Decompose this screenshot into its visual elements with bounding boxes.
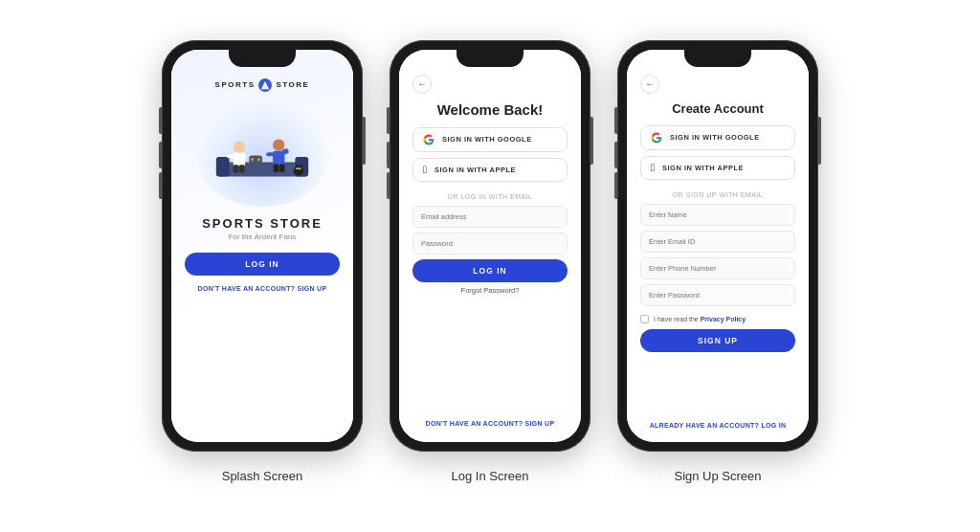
login-screen-wrapper: ← Welcome Back! SIGN IN WITH GOOGLE bbox=[390, 40, 590, 483]
login-phone-inner: ← Welcome Back! SIGN IN WITH GOOGLE bbox=[399, 50, 581, 442]
signup-name-input[interactable] bbox=[640, 204, 795, 226]
signup-google-icon bbox=[651, 132, 662, 144]
login-google-button[interactable]: SIGN IN WITH GOOGLE bbox=[412, 127, 568, 152]
login-password-input[interactable] bbox=[412, 233, 568, 255]
svg-rect-13 bbox=[266, 152, 274, 156]
signup-phone-input[interactable] bbox=[640, 257, 795, 279]
signup-button[interactable]: SIGN UP bbox=[640, 329, 795, 352]
svg-rect-3 bbox=[216, 157, 230, 177]
signup-label: Sign Up Screen bbox=[674, 469, 761, 483]
svg-point-20 bbox=[296, 167, 298, 169]
logo-text-left: SPORTS bbox=[215, 80, 256, 89]
splash-phone-inner: SPORTS STORE bbox=[171, 50, 353, 442]
svg-point-11 bbox=[273, 139, 284, 150]
google-icon bbox=[423, 134, 434, 145]
signup-apple-label: SIGN IN WITH APPLE bbox=[662, 164, 744, 172]
svg-rect-7 bbox=[227, 154, 234, 158]
people-svg bbox=[210, 118, 315, 189]
login-signup-prompt: DON'T HAVE AN ACCOUNT? SIGN UP bbox=[426, 420, 555, 432]
login-phone: ← Welcome Back! SIGN IN WITH GOOGLE bbox=[390, 40, 590, 452]
screens-container: SPORTS STORE bbox=[162, 40, 818, 483]
svg-rect-10 bbox=[239, 165, 245, 172]
signup-privacy-label: I have read the bbox=[654, 316, 701, 322]
signup-google-label: SIGN IN WITH GOOGLE bbox=[670, 133, 760, 142]
signup-content: ← Create Account SIGN IN WITH GOOGLE bbox=[627, 50, 809, 442]
signup-password-input[interactable] bbox=[640, 284, 795, 306]
login-content: ← Welcome Back! SIGN IN WITH GOOGLE bbox=[399, 50, 581, 442]
svg-rect-16 bbox=[279, 165, 285, 172]
svg-point-17 bbox=[293, 167, 303, 175]
apple-icon:  bbox=[423, 165, 427, 175]
svg-rect-15 bbox=[274, 165, 279, 172]
login-button[interactable]: LOG IN bbox=[412, 259, 568, 282]
login-signup-link[interactable]: SIGN UP bbox=[525, 420, 555, 427]
signup-apple-icon:  bbox=[651, 163, 655, 173]
logo-text-right: STORE bbox=[276, 80, 309, 89]
login-title: Welcome Back! bbox=[437, 101, 544, 118]
splash-login-button[interactable]: LOG IN bbox=[185, 253, 340, 276]
splash-content: SPORTS STORE bbox=[171, 50, 353, 442]
login-apple-label: SIGN IN WITH APPLE bbox=[434, 166, 516, 174]
splash-signup-link[interactable]: SIGN UP bbox=[298, 285, 327, 292]
login-apple-button[interactable]:  SIGN IN WITH APPLE bbox=[412, 158, 568, 182]
splash-label: Splash Screen bbox=[222, 469, 303, 483]
splash-illustration bbox=[195, 101, 329, 207]
signup-back-button[interactable]: ← bbox=[640, 75, 659, 94]
splash-phone: SPORTS STORE bbox=[162, 40, 363, 452]
signup-email-input[interactable] bbox=[640, 231, 795, 253]
signup-screen-wrapper: ← Create Account SIGN IN WITH GOOGLE bbox=[617, 40, 818, 483]
svg-point-23 bbox=[251, 158, 254, 161]
svg-point-24 bbox=[257, 158, 260, 161]
signup-title: Create Account bbox=[672, 101, 764, 116]
signup-privacy-checkbox[interactable] bbox=[640, 315, 649, 323]
login-label: Log In Screen bbox=[452, 469, 529, 483]
signup-google-button[interactable]: SIGN IN WITH GOOGLE bbox=[640, 125, 795, 150]
logo-mountain-icon bbox=[258, 78, 272, 92]
login-back-button[interactable]: ← bbox=[412, 75, 432, 94]
splash-signup-prompt: DON'T HAVE AN ACCOUNT? SIGN UP bbox=[198, 285, 327, 292]
signup-privacy-link[interactable]: Privacy Policy bbox=[701, 316, 746, 322]
svg-point-21 bbox=[299, 167, 301, 169]
signup-privacy-text: I have read the Privacy Policy bbox=[654, 316, 746, 322]
signup-login-link[interactable]: LOG IN bbox=[761, 422, 786, 429]
login-no-account-text: DON'T HAVE AN ACCOUNT? bbox=[426, 420, 523, 427]
signup-privacy-row: I have read the Privacy Policy bbox=[640, 315, 795, 323]
svg-rect-8 bbox=[238, 154, 246, 158]
login-email-input[interactable] bbox=[412, 206, 568, 228]
signup-divider: OR SIGN UP WITH EMAIL bbox=[673, 191, 763, 198]
signup-phone-inner: ← Create Account SIGN IN WITH GOOGLE bbox=[627, 50, 809, 442]
signup-login-prompt: ALREADY HAVE AN ACCOUNT? LOG IN bbox=[650, 422, 787, 432]
splash-title: SPORTS STORE bbox=[202, 216, 323, 231]
svg-point-5 bbox=[234, 141, 245, 152]
login-divider: OR LOG IN WITH EMAIL bbox=[448, 193, 533, 200]
splash-screen-wrapper: SPORTS STORE bbox=[162, 40, 363, 483]
splash-no-account-text: DON'T HAVE AN ACCOUNT? bbox=[198, 285, 296, 292]
login-google-label: SIGN IN WITH GOOGLE bbox=[442, 135, 532, 144]
splash-logo: SPORTS STORE bbox=[215, 78, 310, 92]
splash-subtitle: For the Ardent Fans bbox=[229, 233, 297, 241]
svg-rect-9 bbox=[234, 165, 239, 172]
signup-have-account-text: ALREADY HAVE AN ACCOUNT? bbox=[650, 422, 760, 429]
signup-apple-button[interactable]:  SIGN IN WITH APPLE bbox=[640, 156, 795, 180]
login-forgot-password[interactable]: Forgot Password? bbox=[461, 286, 520, 295]
signup-phone: ← Create Account SIGN IN WITH GOOGLE bbox=[617, 40, 818, 452]
